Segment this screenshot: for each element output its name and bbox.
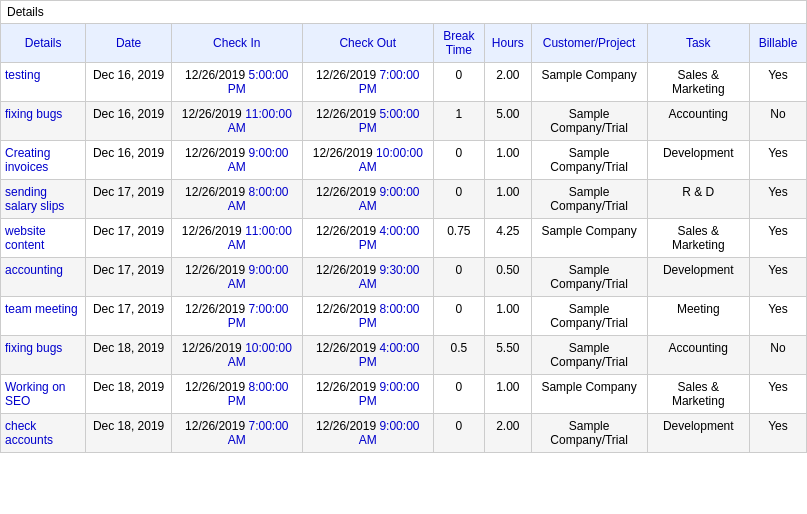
cell-customer: Sample Company/Trial xyxy=(531,141,647,180)
cell-customer: Sample Company xyxy=(531,219,647,258)
cell-break: 1 xyxy=(433,102,484,141)
cell-date: Dec 16, 2019 xyxy=(86,141,171,180)
th-customer: Customer/Project xyxy=(531,24,647,63)
cell-date: Dec 17, 2019 xyxy=(86,219,171,258)
cell-billable: No xyxy=(749,102,806,141)
cell-customer: Sample Company/Trial xyxy=(531,297,647,336)
table-row: Working on SEODec 18, 201912/26/2019 8:0… xyxy=(1,375,807,414)
cell-checkin: 12/26/2019 10:00:00 AM xyxy=(171,336,302,375)
cell-billable: Yes xyxy=(749,63,806,102)
cell-hours: 5.00 xyxy=(484,102,531,141)
cell-customer: Sample Company/Trial xyxy=(531,102,647,141)
cell-checkout: 12/26/2019 9:00:00 AM xyxy=(302,180,433,219)
cell-details: Creating invoices xyxy=(1,141,86,180)
details-table: Details Date Check In Check Out Break Ti… xyxy=(0,23,807,453)
cell-hours: 1.00 xyxy=(484,375,531,414)
cell-checkout: 12/26/2019 9:00:00 AM xyxy=(302,414,433,453)
cell-task: Accounting xyxy=(647,336,749,375)
cell-checkin: 12/26/2019 7:00:00 PM xyxy=(171,297,302,336)
cell-checkin: 12/26/2019 8:00:00 AM xyxy=(171,180,302,219)
cell-task: Development xyxy=(647,258,749,297)
cell-checkout: 12/26/2019 10:00:00 AM xyxy=(302,141,433,180)
cell-details: accounting xyxy=(1,258,86,297)
cell-checkout: 12/26/2019 9:00:00 PM xyxy=(302,375,433,414)
cell-date: Dec 18, 2019 xyxy=(86,414,171,453)
cell-billable: Yes xyxy=(749,414,806,453)
table-header-row: Details Date Check In Check Out Break Ti… xyxy=(1,24,807,63)
cell-checkin: 12/26/2019 11:00:00 AM xyxy=(171,102,302,141)
table-row: team meetingDec 17, 201912/26/2019 7:00:… xyxy=(1,297,807,336)
cell-date: Dec 16, 2019 xyxy=(86,102,171,141)
cell-customer: Sample Company xyxy=(531,375,647,414)
cell-checkin: 12/26/2019 8:00:00 PM xyxy=(171,375,302,414)
cell-hours: 2.00 xyxy=(484,414,531,453)
table-row: testingDec 16, 201912/26/2019 5:00:00 PM… xyxy=(1,63,807,102)
th-task: Task xyxy=(647,24,749,63)
cell-billable: Yes xyxy=(749,297,806,336)
cell-details: team meeting xyxy=(1,297,86,336)
cell-details: website content xyxy=(1,219,86,258)
cell-date: Dec 17, 2019 xyxy=(86,180,171,219)
cell-hours: 1.00 xyxy=(484,180,531,219)
th-break: Break Time xyxy=(433,24,484,63)
cell-billable: Yes xyxy=(749,375,806,414)
cell-checkout: 12/26/2019 7:00:00 PM xyxy=(302,63,433,102)
cell-break: 0 xyxy=(433,258,484,297)
table-row: fixing bugsDec 16, 201912/26/2019 11:00:… xyxy=(1,102,807,141)
cell-task: Sales & Marketing xyxy=(647,63,749,102)
cell-billable: Yes xyxy=(749,219,806,258)
cell-task: Accounting xyxy=(647,102,749,141)
cell-break: 0 xyxy=(433,297,484,336)
cell-checkin: 12/26/2019 11:00:00 AM xyxy=(171,219,302,258)
cell-details: testing xyxy=(1,63,86,102)
cell-checkin: 12/26/2019 7:00:00 AM xyxy=(171,414,302,453)
cell-details: sending salary slips xyxy=(1,180,86,219)
cell-task: Sales & Marketing xyxy=(647,375,749,414)
cell-break: 0.5 xyxy=(433,336,484,375)
cell-checkout: 12/26/2019 9:30:00 AM xyxy=(302,258,433,297)
table-row: Creating invoicesDec 16, 201912/26/2019 … xyxy=(1,141,807,180)
cell-billable: Yes xyxy=(749,180,806,219)
cell-hours: 0.50 xyxy=(484,258,531,297)
table-row: accountingDec 17, 201912/26/2019 9:00:00… xyxy=(1,258,807,297)
table-row: check accountsDec 18, 201912/26/2019 7:0… xyxy=(1,414,807,453)
cell-hours: 2.00 xyxy=(484,63,531,102)
cell-checkin: 12/26/2019 9:00:00 AM xyxy=(171,258,302,297)
cell-break: 0 xyxy=(433,375,484,414)
cell-customer: Sample Company/Trial xyxy=(531,258,647,297)
cell-date: Dec 18, 2019 xyxy=(86,336,171,375)
cell-break: 0 xyxy=(433,141,484,180)
cell-date: Dec 16, 2019 xyxy=(86,63,171,102)
cell-date: Dec 17, 2019 xyxy=(86,258,171,297)
cell-billable: Yes xyxy=(749,258,806,297)
cell-details: check accounts xyxy=(1,414,86,453)
cell-break: 0 xyxy=(433,180,484,219)
th-billable: Billable xyxy=(749,24,806,63)
cell-customer: Sample Company/Trial xyxy=(531,414,647,453)
cell-break: 0 xyxy=(433,414,484,453)
cell-hours: 4.25 xyxy=(484,219,531,258)
cell-checkout: 12/26/2019 8:00:00 PM xyxy=(302,297,433,336)
cell-task: R & D xyxy=(647,180,749,219)
cell-date: Dec 18, 2019 xyxy=(86,375,171,414)
cell-break: 0 xyxy=(433,63,484,102)
cell-task: Development xyxy=(647,141,749,180)
cell-customer: Sample Company/Trial xyxy=(531,336,647,375)
cell-task: Sales & Marketing xyxy=(647,219,749,258)
cell-checkout: 12/26/2019 5:00:00 PM xyxy=(302,102,433,141)
th-date: Date xyxy=(86,24,171,63)
th-checkin: Check In xyxy=(171,24,302,63)
table-row: website contentDec 17, 201912/26/2019 11… xyxy=(1,219,807,258)
cell-customer: Sample Company xyxy=(531,63,647,102)
cell-hours: 5.50 xyxy=(484,336,531,375)
table-row: fixing bugsDec 18, 201912/26/2019 10:00:… xyxy=(1,336,807,375)
cell-details: Working on SEO xyxy=(1,375,86,414)
cell-billable: No xyxy=(749,336,806,375)
cell-customer: Sample Company/Trial xyxy=(531,180,647,219)
cell-hours: 1.00 xyxy=(484,141,531,180)
cell-checkout: 12/26/2019 4:00:00 PM xyxy=(302,336,433,375)
cell-details: fixing bugs xyxy=(1,102,86,141)
cell-checkin: 12/26/2019 9:00:00 AM xyxy=(171,141,302,180)
cell-details: fixing bugs xyxy=(1,336,86,375)
section-title: Details xyxy=(0,0,807,23)
